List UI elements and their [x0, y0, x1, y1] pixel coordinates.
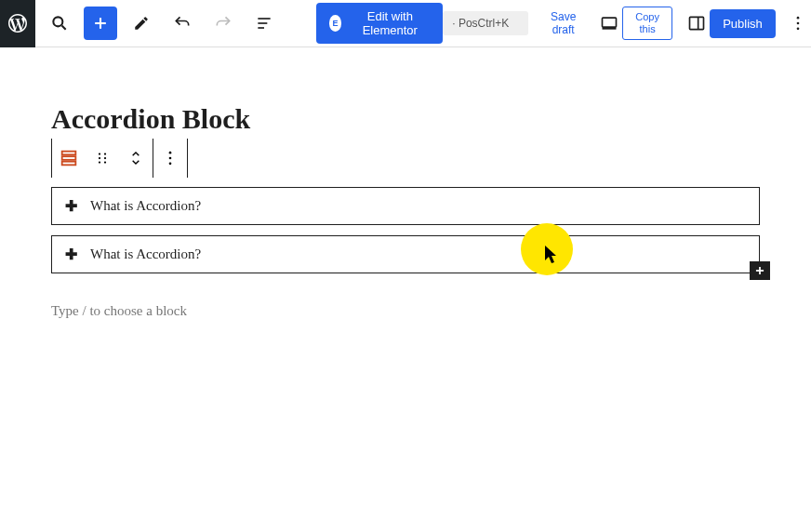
page-title[interactable]: Accordion Block: [51, 103, 760, 135]
svg-point-0: [53, 17, 62, 26]
options-menu-icon[interactable]: [785, 7, 811, 40]
accordion-item-label: What is Accordion?: [90, 198, 201, 214]
block-placeholder[interactable]: Type / to choose a block: [51, 303, 760, 319]
svg-point-17: [99, 153, 100, 154]
accordion-item-label: What is Accordion?: [90, 246, 201, 262]
wordpress-logo[interactable]: [0, 0, 35, 47]
edit-with-elementor-button[interactable]: E Edit with Elementor: [316, 3, 444, 44]
block-toolbar: [51, 139, 188, 178]
svg-point-22: [104, 161, 106, 163]
svg-point-13: [797, 28, 800, 31]
expand-icon: ✚: [65, 197, 77, 215]
svg-point-25: [169, 163, 172, 166]
svg-line-1: [61, 26, 65, 30]
accordion-item[interactable]: ✚ What is Accordion?: [51, 187, 760, 225]
edit-icon[interactable]: [125, 7, 158, 40]
svg-rect-9: [690, 17, 704, 29]
add-inline-block-button[interactable]: [750, 261, 770, 280]
elementor-icon: E: [329, 15, 342, 32]
document-overview-icon[interactable]: [247, 7, 281, 40]
save-draft-button[interactable]: Save draft: [543, 10, 583, 36]
drag-handle-icon[interactable]: [86, 139, 119, 178]
post-title-input[interactable]: [443, 11, 528, 35]
svg-point-18: [104, 153, 106, 154]
copy-this-button[interactable]: Copy this: [622, 7, 672, 40]
move-up-down-icon[interactable]: [119, 139, 153, 178]
svg-point-12: [797, 22, 800, 25]
view-device-icon[interactable]: [596, 7, 622, 40]
redo-icon[interactable]: [206, 7, 240, 40]
undo-icon[interactable]: [166, 7, 199, 40]
editor-canvas: Accordion Block ✚ What is Accordion? ✚ W…: [0, 47, 811, 319]
publish-button[interactable]: Publish: [710, 9, 776, 38]
search-icon[interactable]: [43, 7, 76, 40]
expand-icon: ✚: [65, 246, 77, 263]
svg-rect-7: [603, 18, 617, 27]
svg-point-11: [797, 17, 800, 20]
svg-point-24: [169, 157, 172, 160]
svg-rect-14: [62, 152, 76, 155]
editor-topbar: E Edit with Elementor Save draft Copy th…: [0, 0, 811, 47]
settings-panel-icon[interactable]: [684, 7, 710, 40]
elementor-label: Edit with Elementor: [350, 9, 430, 37]
svg-point-20: [104, 157, 106, 159]
toolbar-left-group: [35, 7, 288, 40]
add-block-button[interactable]: [84, 7, 117, 40]
accordion-item[interactable]: ✚ What is Accordion?: [51, 235, 760, 273]
block-options-icon[interactable]: [153, 139, 187, 178]
block-type-icon[interactable]: [52, 139, 86, 178]
svg-rect-16: [62, 162, 76, 166]
svg-point-23: [169, 152, 172, 154]
svg-point-21: [99, 161, 100, 163]
svg-point-19: [99, 157, 100, 159]
svg-rect-15: [62, 156, 76, 160]
